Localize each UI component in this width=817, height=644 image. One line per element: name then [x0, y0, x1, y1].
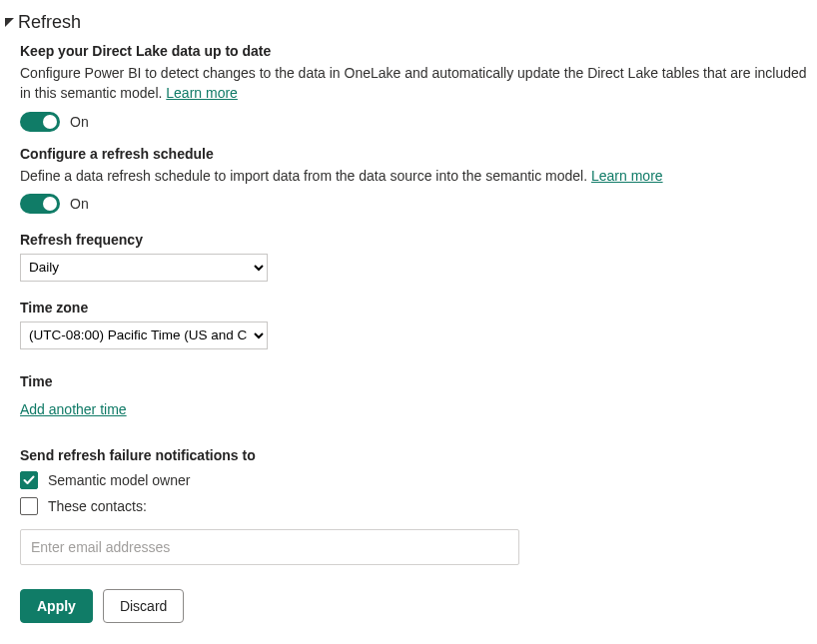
contacts-email-input[interactable] — [20, 529, 519, 565]
svg-marker-0 — [5, 18, 14, 27]
discard-button[interactable]: Discard — [103, 589, 184, 623]
schedule-learn-more-link[interactable]: Learn more — [591, 168, 663, 184]
direct-lake-toggle-label: On — [70, 114, 89, 130]
schedule-desc-text: Define a data refresh schedule to import… — [20, 168, 591, 184]
add-another-time-link[interactable]: Add another time — [20, 401, 127, 417]
owner-checkbox-label: Semantic model owner — [48, 472, 190, 488]
check-icon — [23, 474, 35, 486]
schedule-title: Configure a refresh schedule — [20, 146, 813, 162]
apply-button[interactable]: Apply — [20, 589, 93, 623]
direct-lake-title: Keep your Direct Lake data up to date — [20, 43, 813, 59]
notifications-title: Send refresh failure notifications to — [20, 447, 813, 463]
toggle-knob-icon — [43, 197, 57, 211]
schedule-desc: Define a data refresh schedule to import… — [20, 166, 813, 186]
contacts-checkbox[interactable] — [20, 497, 38, 515]
contacts-checkbox-label: These contacts: — [48, 498, 147, 514]
frequency-dropdown[interactable]: Daily — [20, 254, 268, 282]
collapse-triangle-icon — [4, 18, 14, 28]
time-label: Time — [20, 373, 813, 389]
direct-lake-learn-more-link[interactable]: Learn more — [166, 85, 238, 101]
section-header[interactable]: Refresh — [4, 12, 817, 33]
frequency-label: Refresh frequency — [20, 232, 813, 248]
schedule-toggle[interactable] — [20, 194, 60, 214]
toggle-knob-icon — [43, 115, 57, 129]
timezone-dropdown[interactable]: (UTC-08:00) Pacific Time (US and Canada) — [20, 322, 268, 349]
owner-checkbox[interactable] — [20, 471, 38, 489]
direct-lake-toggle[interactable] — [20, 112, 60, 132]
direct-lake-desc: Configure Power BI to detect changes to … — [20, 63, 813, 104]
direct-lake-desc-text: Configure Power BI to detect changes to … — [20, 65, 807, 101]
timezone-label: Time zone — [20, 300, 813, 316]
schedule-toggle-label: On — [70, 196, 89, 212]
section-title: Refresh — [18, 12, 81, 33]
